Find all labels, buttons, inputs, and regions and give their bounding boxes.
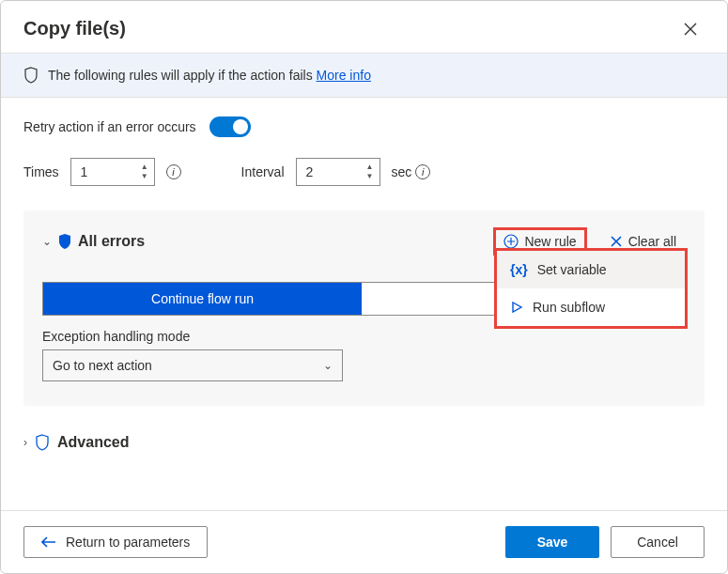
- chevron-down-icon: ⌄: [42, 235, 52, 248]
- return-button[interactable]: Return to parameters: [23, 526, 208, 558]
- chevron-down-icon: ▼: [141, 173, 148, 180]
- arrow-left-icon: [41, 536, 56, 548]
- run-subflow-label: Run subflow: [533, 300, 605, 315]
- retry-row: Retry action if an error occurs: [23, 116, 705, 137]
- advanced-title: Advanced: [57, 434, 129, 451]
- new-rule-menu: {x} Set variable Run subflow: [494, 248, 688, 329]
- errors-panel-title-group[interactable]: ⌄ All errors: [42, 233, 145, 250]
- handling-value: Go to next action: [53, 358, 152, 373]
- errors-title: All errors: [78, 233, 145, 250]
- info-icon[interactable]: i: [415, 164, 430, 179]
- chevron-down-icon: ▼: [366, 173, 374, 180]
- dialog-body: Retry action if an error occurs Times 1 …: [1, 98, 727, 510]
- handling-select[interactable]: Go to next action ⌄: [42, 349, 343, 381]
- menu-item-set-variable[interactable]: {x} Set variable: [497, 251, 685, 288]
- new-rule-label: New rule: [524, 234, 576, 249]
- errors-panel: ⌄ All errors New rule Clear all: [23, 210, 705, 406]
- footer-actions: Save Cancel: [505, 526, 705, 558]
- chevron-up-icon: ▲: [366, 163, 374, 171]
- cancel-button[interactable]: Cancel: [611, 526, 705, 558]
- x-icon: [610, 235, 623, 248]
- banner-text-content: The following rules will apply if the ac…: [48, 68, 317, 83]
- interval-input[interactable]: 2 ▲ ▼: [296, 158, 380, 186]
- retry-label: Retry action if an error occurs: [23, 119, 196, 134]
- menu-item-run-subflow[interactable]: Run subflow: [497, 288, 685, 326]
- handling-label: Exception handling mode: [42, 329, 686, 344]
- interval-unit: sec: [392, 164, 412, 179]
- shield-outline-icon: [35, 434, 50, 451]
- plus-circle-icon: [503, 234, 519, 249]
- set-variable-label: Set variable: [537, 262, 607, 277]
- retry-params-row: Times 1 ▲ ▼ i Interval 2 ▲ ▼ seci: [23, 158, 705, 186]
- dialog-header: Copy file(s): [1, 1, 727, 53]
- chevron-right-icon: ›: [23, 436, 27, 449]
- times-input[interactable]: 1 ▲ ▼: [70, 158, 155, 186]
- segment-continue[interactable]: Continue flow run: [43, 283, 362, 315]
- close-icon: [684, 23, 697, 36]
- shield-filled-icon: [57, 233, 72, 250]
- times-value: 1: [81, 164, 141, 179]
- more-info-link[interactable]: More info: [317, 68, 371, 83]
- return-label: Return to parameters: [66, 535, 190, 550]
- times-label: Times: [23, 164, 59, 179]
- interval-spinner[interactable]: ▲ ▼: [366, 163, 374, 180]
- info-icon[interactable]: i: [166, 164, 181, 179]
- clear-all-label: Clear all: [628, 234, 676, 249]
- interval-value: 2: [306, 164, 366, 179]
- play-icon: [510, 301, 523, 314]
- close-button[interactable]: [676, 19, 705, 39]
- save-button[interactable]: Save: [505, 526, 599, 558]
- interval-label: Interval: [241, 164, 285, 179]
- retry-toggle[interactable]: [209, 116, 251, 137]
- banner-text: The following rules will apply if the ac…: [48, 68, 371, 83]
- braces-icon: {x}: [510, 262, 528, 277]
- dialog: Copy file(s) The following rules will ap…: [0, 0, 728, 574]
- chevron-up-icon: ▲: [141, 163, 148, 171]
- dialog-title: Copy file(s): [23, 18, 126, 39]
- times-spinner[interactable]: ▲ ▼: [141, 163, 148, 180]
- chevron-down-icon: ⌄: [323, 359, 333, 372]
- advanced-row[interactable]: › Advanced: [23, 434, 705, 451]
- info-banner: The following rules will apply if the ac…: [1, 53, 727, 98]
- dialog-footer: Return to parameters Save Cancel: [1, 510, 727, 573]
- shield-icon: [23, 67, 39, 84]
